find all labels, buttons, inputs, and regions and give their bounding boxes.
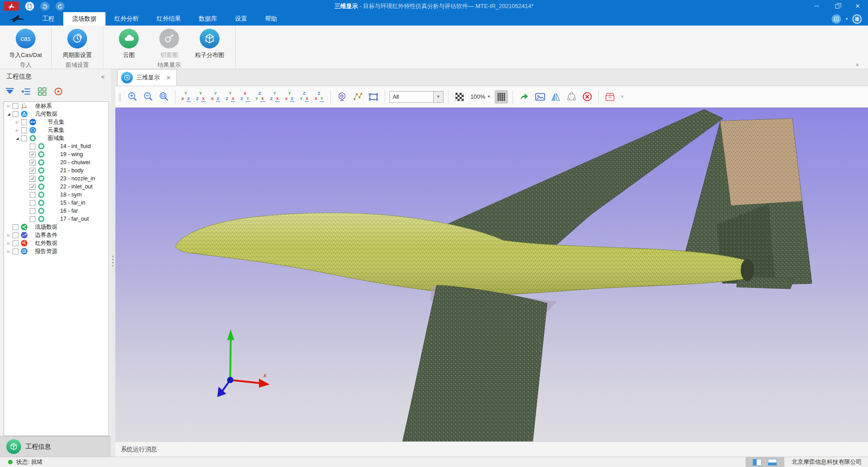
filter-button[interactable] (4, 86, 15, 96)
tree-item[interactable]: 14 - int_fluid (4, 142, 109, 150)
menu-item[interactable]: 设置 (226, 12, 256, 26)
manual-book-button[interactable] (852, 14, 862, 24)
tree-item-checkbox[interactable] (13, 224, 18, 230)
tree-item-checkbox[interactable] (21, 127, 27, 133)
undo-button[interactable] (40, 2, 49, 11)
redo-button[interactable] (56, 2, 65, 11)
tree-item-checkbox[interactable] (13, 232, 18, 238)
tree-expand-arrow-icon[interactable]: ▷ (6, 233, 12, 237)
tree-item-checkbox[interactable] (30, 168, 35, 174)
ribbon-button[interactable]: 周期面设置 (58, 28, 96, 59)
export-arrow-button[interactable] (517, 90, 531, 104)
toolbar-grip[interactable] (119, 93, 121, 101)
tree-item[interactable]: ▷边界条件 (4, 231, 109, 239)
package-button[interactable] (603, 90, 617, 104)
menu-item[interactable]: 流场数据 (63, 12, 105, 26)
tree-item-checkbox[interactable] (13, 249, 18, 254)
tree-item-checkbox[interactable] (30, 200, 35, 206)
grid-button[interactable] (495, 90, 508, 104)
checkerboard-button[interactable] (453, 90, 466, 104)
view-orientation-button[interactable]: YZX (269, 91, 281, 103)
zoom-level-dropdown[interactable]: 100%▼ (469, 93, 492, 100)
tree-expand-arrow-icon[interactable]: ▷ (6, 241, 12, 245)
zoom-in-button[interactable] (126, 90, 139, 104)
system-message-bar[interactable]: 系统运行消息 (115, 441, 868, 457)
mirror-button[interactable] (549, 90, 562, 104)
view-orientation-button[interactable]: ZYX (298, 91, 311, 103)
tree-item[interactable]: ▷节点集 (4, 118, 109, 126)
tree-item-checkbox[interactable] (21, 135, 27, 141)
tree-expand-arrow-icon[interactable]: ▷ (14, 128, 20, 132)
tree-item-checkbox[interactable] (30, 208, 35, 214)
orbit-nodes-button[interactable] (565, 90, 578, 104)
tree-item-checkbox[interactable] (13, 111, 18, 117)
menu-item[interactable]: 数据库 (190, 12, 226, 26)
combobox-dropdown-button[interactable]: ▼ (433, 92, 443, 102)
view-orientation-button[interactable]: YXZ (284, 91, 296, 103)
tab-3d-view[interactable]: 三维显示 ✕ (117, 69, 177, 86)
camera-button[interactable] (335, 90, 349, 104)
tree-item-checkbox[interactable] (21, 119, 27, 125)
menu-item[interactable]: 红外结果 (148, 12, 190, 26)
layout-bottom-icon[interactable] (768, 459, 777, 466)
tree-item-checkbox[interactable] (30, 160, 35, 166)
tree-item-checkbox[interactable] (30, 152, 35, 157)
new-doc-button[interactable] (25, 2, 34, 11)
tree-item[interactable]: ▷红外数据 (4, 239, 109, 247)
tree-expand-arrow-icon[interactable]: ▷ (6, 104, 12, 108)
select-box-button[interactable] (367, 90, 380, 104)
tree-item[interactable]: ▷报告资源 (4, 247, 109, 255)
layout-left-icon[interactable] (753, 459, 762, 466)
zoom-out-button[interactable] (141, 90, 155, 104)
menu-item[interactable]: 工程 (33, 12, 63, 26)
view-orientation-button[interactable]: YXZ (210, 91, 222, 103)
delete-circle-button[interactable] (580, 90, 594, 104)
tree-item[interactable]: 22 - inlet_out (4, 183, 109, 191)
snapshot-button[interactable] (533, 90, 547, 104)
view-orientation-button[interactable]: YXZ (180, 91, 193, 103)
caret-down-icon[interactable]: ▾ (846, 17, 848, 21)
ribbon-button[interactable]: 云图 (110, 28, 148, 59)
display-filter-combobox[interactable]: All▼ (390, 91, 443, 103)
sidebar-bottom-bar[interactable]: 工程信息 (0, 436, 111, 457)
ribbon-button[interactable]: 粒子分布图 (190, 28, 229, 59)
tree-item-checkbox[interactable] (13, 103, 18, 109)
tree-item[interactable]: ◢几何数据 (4, 110, 109, 118)
tree-item-checkbox[interactable] (30, 216, 35, 222)
viewport-3d[interactable]: x (115, 108, 868, 441)
menu-item[interactable]: 帮助 (256, 12, 286, 26)
view-orientation-button[interactable]: XZY (239, 91, 252, 103)
tree-item-checkbox[interactable] (30, 192, 35, 198)
tab-close-icon[interactable]: ✕ (166, 74, 171, 81)
view-orientation-button[interactable]: YZX (195, 91, 207, 103)
toolbar-overflow-caret[interactable]: ˅ (619, 94, 625, 99)
tree-collapse-arrow-icon[interactable]: ◢ (14, 136, 20, 140)
tree-item-checkbox[interactable] (30, 176, 35, 182)
tree-item-checkbox[interactable] (13, 240, 18, 246)
tree-item[interactable]: ▷元素集 (4, 126, 109, 134)
close-button[interactable]: ✕ (847, 0, 868, 12)
restore-button[interactable] (827, 0, 847, 12)
view-orientation-button[interactable]: YZX (224, 91, 237, 103)
sidebar-collapse-button[interactable]: < (99, 74, 106, 80)
tree-item[interactable]: 15 - far_in (4, 199, 109, 207)
tree-expand-arrow-icon[interactable]: ▷ (14, 120, 20, 124)
tree-item[interactable]: 18 - sym (4, 191, 109, 199)
tree-item[interactable]: 21 - body (4, 166, 109, 175)
tree-item[interactable]: 16 - far (4, 207, 109, 215)
menu-item[interactable]: 红外分析 (105, 12, 148, 26)
tree-item[interactable]: 17 - far_out (4, 215, 109, 223)
minimize-button[interactable] (806, 0, 827, 12)
grid-squares-button[interactable] (37, 86, 47, 96)
tree-item[interactable]: 23 - nozzle_in (4, 175, 109, 183)
target-button[interactable] (53, 86, 63, 96)
view-orientation-button[interactable]: ZXY (313, 91, 326, 103)
app-menu-button[interactable] (4, 1, 19, 11)
panel-splitter[interactable] (111, 69, 115, 457)
tree-item-checkbox[interactable] (30, 144, 35, 149)
ribbon-button[interactable]: cas导入Cas/Dat (6, 28, 45, 59)
view-orientation-button[interactable]: ZYX (254, 91, 267, 103)
tree-item[interactable]: ▷YZX坐标系 (4, 102, 109, 110)
tree-item[interactable]: ◢面域集 (4, 134, 109, 142)
outline-list-button[interactable] (21, 86, 31, 96)
